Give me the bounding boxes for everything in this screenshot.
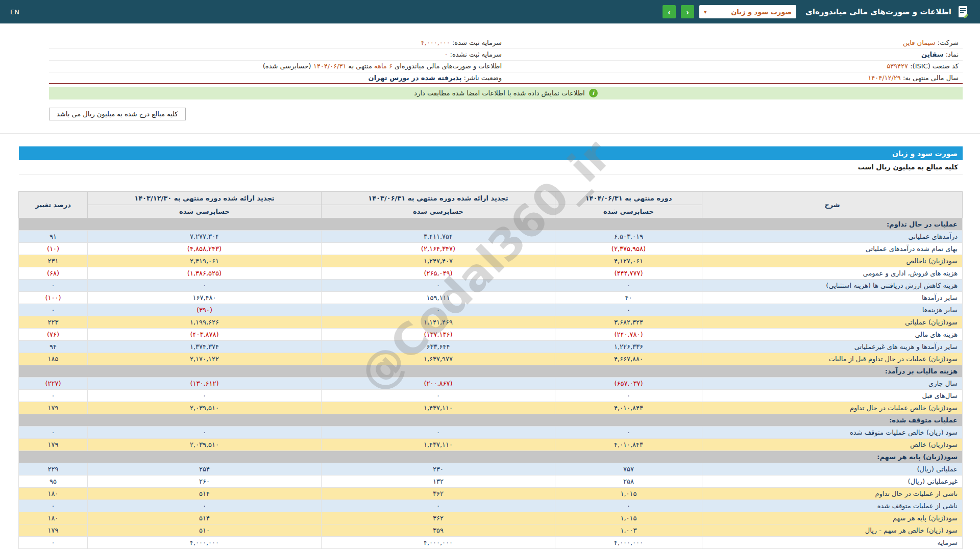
row-change-percent: ۹۵ [19,475,88,488]
row-value-prior-restated: ۰ [322,304,555,316]
signature-match-banner: i اطلاعات نمایش داده شده با اطلاعات امضا… [49,87,963,99]
row-label: هزینه های مالی [702,329,963,341]
section-divider [0,133,980,134]
isic-label: کد صنعت (ISIC): [910,62,959,70]
row-value-current: ۰ [555,500,702,512]
row-change-percent: (۶۸) [19,267,88,280]
statement-row: هزینه کاهش ارزش دریافتنی ها (هزینه استثن… [19,280,963,292]
row-label: غیرعملیاتی (ریال) [702,475,963,488]
info-row: سال مالی منتهی به: ۱۴۰۴/۱۲/۲۹ وضعیت ناشر… [49,72,963,84]
col-header-year-end-restated: تجدید ارائه شده دوره منتهی به ۱۴۰۳/۱۲/۳۰ [88,192,322,205]
report-period-cell: اطلاعات و صورت‌های مالی میاندوره‌ای ۶ ما… [49,60,506,72]
fiscal-year-label: سال مالی منتهی به: [903,74,959,82]
company-info-section: شرکت: سیمان قاین سرمایه ثبت شده: ۴,۰۰۰,۰… [49,37,963,84]
statement-title: صورت سود و زیان [892,149,958,158]
row-value-year-end-restated: ۰ [88,500,322,512]
row-label: ناشی از عملیات در حال تداوم [702,488,963,500]
row-change-percent: ۹۴ [19,341,88,353]
page-title: اطلاعات و صورت‌های مالی میاندوره‌ای [805,7,951,16]
row-change-percent: ۲۲۳ [19,316,88,329]
row-value-year-end-restated: (۳۹۰) [88,304,322,316]
statement-row: سرمایه ۴,۰۰۰,۰۰۰ ۴,۰۰۰,۰۰۰ ۴,۰۰۰,۰۰۰ ۰ [19,537,963,549]
row-change-percent: ۲۲۹ [19,463,88,475]
info-row: نماد: سقاین سرمایه ثبت نشده: ۰ [49,48,963,60]
row-change-percent: (۲۲۷) [19,378,88,390]
language-toggle[interactable]: EN [10,8,19,16]
unit-note: کلیه مبالغ به میلیون ریال است [19,160,963,174]
statement-section-row: هزینه مالیات بر درآمد: [19,365,963,378]
row-label: ناشی از عملیات متوقف شده [702,500,963,512]
row-value-prior-restated: ۱,۱۴۱,۴۶۹ [322,316,555,329]
row-value-year-end-restated: (۱۳۰,۶۱۲) [88,378,322,390]
row-value-current: ۲۵۸ [555,475,702,488]
row-change-percent: ۱۷۹ [19,524,88,537]
row-value-year-end-restated: ۲,۱۷۰,۱۲۲ [88,353,322,365]
row-value-prior-restated: ۰ [322,427,555,439]
statement-row: هزینه های مالی (۲۴۰,۷۸۰) (۱۳۷,۱۳۶) (۴۰۳,… [19,329,963,341]
row-value-year-end-restated: ۲,۴۱۹,۰۶۱ [88,255,322,267]
row-value-year-end-restated: ۲۵۴ [88,463,322,475]
row-value-current: (۴۴۴,۷۷۷) [555,267,702,280]
row-label: سال‌های قبل [702,390,963,402]
row-value-year-end-restated: (۱,۳۸۶,۵۲۵) [88,267,322,280]
row-value-current: (۲۴۰,۷۸۰) [555,329,702,341]
statement-section-row: عملیات متوقف شده: [19,414,963,427]
row-change-percent: ۰ [19,500,88,512]
subheader-audited-prior: حسابرسی شده [322,205,555,218]
col-header-period-prior-restated: تجدید ارائه شده دوره منتهی به ۱۴۰۳/۰۶/۳۱ [322,192,555,205]
financial-report-icon [957,5,970,18]
subheader-audited-year: حسابرسی شده [88,205,322,218]
statement-title-bar: صورت سود و زیان [19,146,963,160]
row-value-current: ۴,۱۲۷,۰۶۱ [555,255,702,267]
row-change-percent: (۱۰) [19,243,88,255]
row-value-prior-restated: (۲۰۰,۸۶۷) [322,378,555,390]
col-header-change-percent: درصد تغییر [19,192,88,218]
row-change-percent: ۲۳۱ [19,255,88,267]
row-value-prior-restated: ۳,۴۱۱,۷۵۴ [322,231,555,243]
statement-row: ناشی از عملیات متوقف شده ۰ ۰ ۰ ۰ [19,500,963,512]
statement-row: سود(زیان) خالص ۴,۰۱۰,۸۴۳ ۱,۴۳۷,۱۱۰ ۲,۰۳۹… [19,439,963,451]
row-value-current: ۴,۶۶۷,۸۸۰ [555,353,702,365]
row-change-percent: ۱۷۹ [19,402,88,414]
registered-capital-label: سرمایه ثبت شده: [452,39,502,46]
row-label: سال جاری [702,378,963,390]
row-label: سایر هزینه‌ها [702,304,963,316]
symbol-value: سقاین [921,51,944,58]
row-label: سود(زیان) ناخالص [702,255,963,267]
company-name-cell: شرکت: سیمان قاین [506,37,963,48]
row-change-percent: ۰ [19,427,88,439]
row-label: هزینه کاهش ارزش دریافتنی ها (هزینه استثن… [702,280,963,292]
row-change-percent: ۰ [19,537,88,549]
row-change-percent: (۷۶) [19,329,88,341]
row-value-prior-restated: (۱۳۷,۱۳۶) [322,329,555,341]
row-value-prior-restated: ۶۳۳,۶۴۴ [322,341,555,353]
report-desc-period: ۶ ماهه [374,62,393,70]
topbar-right-group: اطلاعات و صورت‌های مالی میاندوره‌ای صورت… [663,5,970,18]
row-change-percent: (۱۰۰) [19,292,88,304]
row-value-year-end-restated: (۴۰۳,۸۷۸) [88,329,322,341]
row-value-prior-restated: ۴,۰۰۰,۰۰۰ [322,537,555,549]
row-value-prior-restated: ۰ [322,390,555,402]
row-value-prior-restated: ۳۵۹ [322,524,555,537]
income-statement-table: شرح دوره منتهی به ۱۴۰۴/۰۶/۳۱ تجدید ارائه… [18,191,963,549]
row-label: سود (زیان) خالص عملیات متوقف شده [702,427,963,439]
statement-row: هزینه های فروش، اداری و عمومی (۴۴۴,۷۷۷) … [19,267,963,280]
row-value-current: (۶۵۷,۰۳۷) [555,378,702,390]
statement-type-dropdown[interactable]: صورت سود و زیان ▾ [699,5,796,18]
row-change-percent: ۹۱ [19,231,88,243]
company-label: شرکت: [938,39,959,46]
fiscal-year-cell: سال مالی منتهی به: ۱۴۰۴/۱۲/۲۹ [506,72,963,84]
prev-statement-button[interactable]: ‹ [663,5,676,18]
statement-row: سود(زیان) خالص عملیات در حال تداوم ۴,۰۱۰… [19,402,963,414]
row-value-year-end-restated: ۰ [88,427,322,439]
row-label: سود(زیان) خالص عملیات در حال تداوم [702,402,963,414]
next-statement-button[interactable]: › [681,5,694,18]
row-value-prior-restated: (۲۶۵,۰۴۹) [322,267,555,280]
statement-row: بهای تمام شده درآمدهای عملیاتی (۲,۳۷۵,۹۵… [19,243,963,255]
row-value-current: ۷۵۷ [555,463,702,475]
report-desc-date: ۱۴۰۴/۰۶/۳۱ [313,62,347,70]
row-value-prior-restated: ۰ [322,500,555,512]
statement-table-body: عملیات در حال تداوم: درآمدهای عملیاتی ۶,… [19,218,963,549]
row-value-year-end-restated: ۵۱۰ [88,524,322,537]
symbol-label: نماد: [946,51,959,58]
